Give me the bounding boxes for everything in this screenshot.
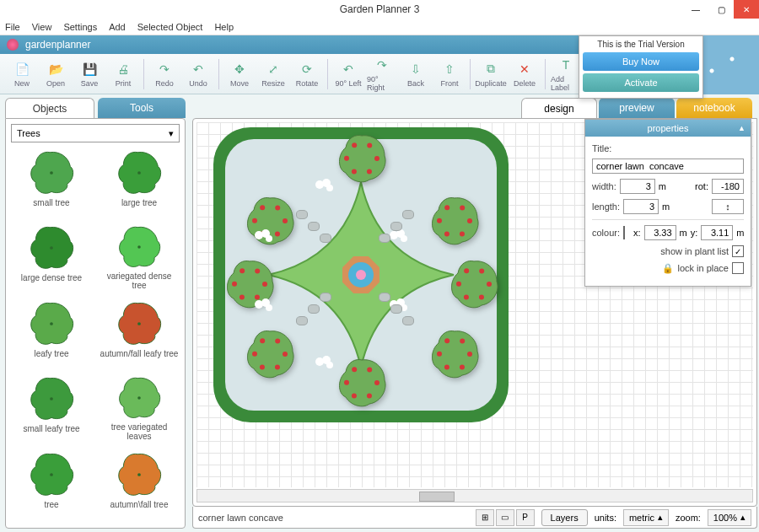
minimize-button[interactable]: — bbox=[683, 0, 708, 19]
snap-grid-icon[interactable]: ⊞ bbox=[476, 509, 494, 526]
svg-point-31 bbox=[437, 352, 442, 357]
title-label: Title: bbox=[592, 143, 611, 153]
tab-design[interactable]: design bbox=[521, 98, 597, 118]
print-button[interactable]: 🖨Print bbox=[108, 56, 138, 92]
show-plant-list-checkbox[interactable]: ✓ bbox=[732, 245, 744, 257]
object-label: small leafy tree bbox=[23, 424, 79, 433]
left90-button[interactable]: ↶90° Left bbox=[333, 56, 363, 92]
buy-now-button[interactable]: Buy Now bbox=[583, 52, 699, 71]
menu-add[interactable]: Add bbox=[109, 22, 126, 32]
new-button[interactable]: 📄New bbox=[7, 56, 37, 92]
move-button[interactable]: ✥Move bbox=[224, 56, 255, 92]
collapse-icon[interactable]: ▲ bbox=[738, 124, 746, 132]
activate-button[interactable]: Activate bbox=[583, 73, 699, 92]
addlabel-label: Add Label bbox=[551, 75, 581, 92]
tab-tools[interactable]: Tools bbox=[98, 98, 186, 118]
width-input[interactable] bbox=[620, 179, 655, 194]
svg-point-11 bbox=[367, 169, 372, 175]
garden-bed[interactable] bbox=[213, 127, 509, 422]
menu-view[interactable]: View bbox=[32, 22, 52, 32]
maximize-button[interactable]: ▢ bbox=[708, 0, 734, 19]
redo-button[interactable]: ↷Redo bbox=[149, 56, 180, 92]
object-tree[interactable]: tree bbox=[11, 451, 92, 517]
stepping-stone bbox=[402, 316, 414, 325]
stepping-stone bbox=[390, 222, 402, 231]
svg-point-35 bbox=[367, 394, 372, 399]
bush[interactable] bbox=[336, 357, 388, 409]
delete-button[interactable]: ✕Delete bbox=[509, 56, 540, 92]
tree-icon bbox=[28, 224, 75, 271]
object-variegated-dense-tree[interactable]: variegated dense tree bbox=[99, 224, 180, 290]
units-select[interactable]: metric ▴ bbox=[623, 509, 669, 526]
back-button[interactable]: ⇩Back bbox=[401, 56, 431, 92]
bush[interactable] bbox=[428, 195, 481, 247]
svg-point-40 bbox=[283, 352, 288, 357]
open-button[interactable]: 📂Open bbox=[40, 56, 71, 92]
lock-in-place-checkbox[interactable] bbox=[732, 262, 744, 274]
close-button[interactable]: ✕ bbox=[734, 0, 759, 19]
tree-icon bbox=[28, 451, 75, 498]
zoom-select[interactable]: 100% ▴ bbox=[708, 509, 751, 526]
tab-notebook[interactable]: notebook bbox=[676, 98, 752, 118]
object-autumn-fall-leafy-tree[interactable]: autumn/fall leafy tree bbox=[99, 300, 180, 366]
back-label: Back bbox=[407, 79, 424, 88]
svg-point-43 bbox=[252, 352, 257, 357]
svg-point-75 bbox=[266, 235, 272, 242]
svg-point-20 bbox=[444, 205, 449, 210]
svg-point-1 bbox=[137, 171, 141, 175]
bush[interactable] bbox=[448, 258, 500, 310]
horizontal-scrollbar[interactable] bbox=[196, 489, 753, 502]
svg-point-39 bbox=[367, 368, 372, 373]
tab-objects[interactable]: Objects bbox=[5, 98, 94, 118]
rot-input[interactable] bbox=[712, 179, 744, 194]
x-input[interactable] bbox=[644, 225, 676, 240]
properties-header[interactable]: properties ▲ bbox=[585, 120, 751, 137]
object-small-tree[interactable]: small tree bbox=[11, 149, 92, 215]
chevron-updown-icon: ▴ bbox=[658, 512, 663, 523]
title-input[interactable] bbox=[592, 159, 744, 174]
objects-panel: Trees ▾ small treelarge treelarge dense … bbox=[5, 118, 186, 529]
object-tree-variegated-leaves[interactable]: tree variegated leaves bbox=[99, 375, 180, 441]
length-label: length: bbox=[592, 202, 620, 212]
save-button[interactable]: 💾Save bbox=[74, 56, 105, 92]
stepping-stone bbox=[320, 293, 331, 302]
stepping-stone bbox=[379, 293, 390, 302]
y-input[interactable] bbox=[701, 225, 733, 240]
svg-point-63 bbox=[401, 235, 407, 242]
window-buttons: — ▢ ✕ bbox=[683, 0, 759, 19]
svg-point-50 bbox=[240, 268, 245, 273]
object-autumn-fall-tree[interactable]: autumn\fall tree bbox=[99, 451, 180, 517]
undo-button[interactable]: ↶Undo bbox=[183, 56, 213, 92]
front-button[interactable]: ⇧Front bbox=[434, 56, 465, 92]
rotate-button[interactable]: ⟳Rotate bbox=[292, 56, 322, 92]
layers-button[interactable]: Layers bbox=[541, 509, 588, 526]
menu-file[interactable]: File bbox=[5, 22, 20, 32]
menu-selected-object[interactable]: Selected Object bbox=[137, 22, 203, 32]
open-icon: 📂 bbox=[47, 61, 64, 78]
fountain[interactable] bbox=[342, 256, 380, 293]
snap-p-icon[interactable]: P bbox=[516, 509, 535, 526]
bush[interactable] bbox=[336, 132, 388, 185]
right90-button[interactable]: ↷90° Right bbox=[367, 56, 397, 92]
resize-button[interactable]: ⤢Resize bbox=[258, 56, 288, 92]
snap-ruler-icon[interactable]: ▭ bbox=[496, 509, 514, 526]
stepping-stone bbox=[308, 222, 320, 231]
object-large-tree[interactable]: large tree bbox=[99, 149, 180, 215]
properties-title: properties bbox=[648, 123, 689, 133]
tab-preview[interactable]: preview bbox=[599, 98, 675, 118]
object-leafy-tree[interactable]: leafy tree bbox=[11, 300, 92, 366]
length-input[interactable] bbox=[623, 199, 659, 214]
object-small-leafy-tree[interactable]: small leafy tree bbox=[11, 375, 92, 441]
svg-point-51 bbox=[255, 269, 260, 274]
addlabel-button[interactable]: TAdd Label bbox=[551, 56, 581, 92]
bush[interactable] bbox=[244, 328, 296, 380]
rotate-handle-icon[interactable]: ↕ bbox=[712, 199, 744, 214]
bush[interactable] bbox=[428, 328, 481, 380]
menu-help[interactable]: Help bbox=[214, 22, 234, 32]
menu-settings[interactable]: Settings bbox=[63, 22, 97, 32]
category-select[interactable]: Trees ▾ bbox=[11, 124, 180, 142]
colour-swatch[interactable] bbox=[623, 226, 625, 239]
tree-icon bbox=[28, 300, 75, 347]
duplicate-button[interactable]: ⧉Duplicate bbox=[476, 56, 506, 92]
object-large-dense-tree[interactable]: large dense tree bbox=[11, 224, 92, 290]
